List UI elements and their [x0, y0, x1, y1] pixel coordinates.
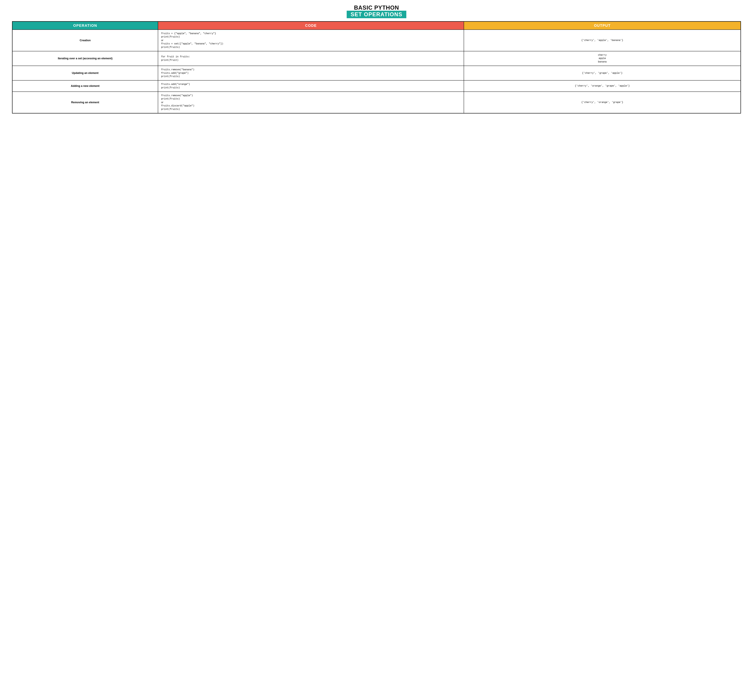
operation-label: Creation: [12, 30, 158, 51]
code-cell: fruits.remove("apple") print(fruits) or …: [158, 92, 464, 113]
code-cell: fruits = {"apple", "banana", "cherry"} p…: [158, 30, 464, 51]
operation-label: Adding a new element: [12, 80, 158, 92]
table-row: Removing an element fruits.remove("apple…: [12, 92, 741, 113]
operation-label: Removing an element: [12, 92, 158, 113]
code-cell: fruits.remove("banana") fruits.add("grap…: [158, 66, 464, 80]
header-row: OPERATION CODE OUTPUT: [12, 22, 741, 30]
table-row: Iterating over a set (accessing an eleme…: [12, 51, 741, 66]
title-line2: SET OPERATIONS: [347, 11, 406, 18]
table-row: Creation fruits = {"apple", "banana", "c…: [12, 30, 741, 51]
code-cell: for fruit in fruits: print(fruit): [158, 51, 464, 66]
code-part1: fruits = {"apple", "banana", "cherry"} p…: [161, 32, 216, 38]
operation-label: Iterating over a set (accessing an eleme…: [12, 51, 158, 66]
output-cell: cherry apple banana: [464, 51, 741, 66]
title-line1: BASIC PYTHON: [12, 5, 741, 11]
header-operation: OPERATION: [12, 22, 158, 30]
table-row: Updating an element fruits.remove("banan…: [12, 66, 741, 80]
operations-table: OPERATION CODE OUTPUT Creation fruits = …: [12, 21, 741, 114]
header-output: OUTPUT: [464, 22, 741, 30]
output-cell: {'cherry', 'orange', 'grape', 'apple'}: [464, 80, 741, 92]
code-part1: fruits.remove("apple") print(fruits): [161, 94, 193, 100]
header-code: CODE: [158, 22, 464, 30]
code-part2: fruits.discard("apple") print(fruits): [161, 104, 194, 111]
table-row: Adding a new element fruits.add("orange"…: [12, 80, 741, 92]
operation-label: Updating an element: [12, 66, 158, 80]
output-cell: {'cherry', 'apple', 'banana'}: [464, 30, 741, 51]
output-cell: {'cherry', 'grape', 'apple'}: [464, 66, 741, 80]
code-part2: fruits = set(["apple", "banana", "cherry…: [161, 42, 223, 48]
code-cell: fruits.add("orange") print(fruits): [158, 80, 464, 92]
output-cell: {'cherry', 'orange', 'grape'}: [464, 92, 741, 113]
or-label: or: [161, 39, 163, 42]
or-label: or: [161, 101, 163, 104]
title-block: BASIC PYTHON SET OPERATIONS: [12, 5, 741, 18]
